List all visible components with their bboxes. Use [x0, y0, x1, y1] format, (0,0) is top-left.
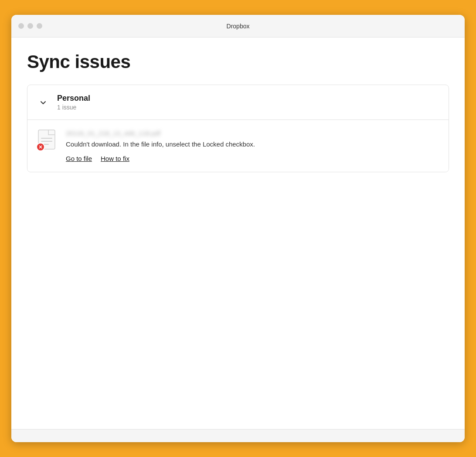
issue-row: 20116_01_218_13_446_118.pdf Couldn't dow…	[27, 120, 449, 172]
account-issue-count: 1 issue	[57, 104, 90, 111]
file-name: 20116_01_218_13_446_118.pdf	[66, 130, 438, 137]
chevron-down-icon	[38, 97, 48, 108]
account-info: Personal 1 issue	[57, 94, 90, 111]
main-content: Sync issues Personal 1 issue	[11, 38, 465, 429]
bottom-bar	[11, 429, 465, 442]
window-title: Dropbox	[227, 23, 250, 30]
maximize-button[interactable]	[37, 23, 42, 29]
minimize-button[interactable]	[27, 23, 33, 29]
title-bar: Dropbox	[11, 15, 465, 38]
file-icon-wrapper	[38, 130, 57, 150]
go-to-file-link[interactable]: Go to file	[66, 155, 92, 162]
close-button[interactable]	[18, 23, 24, 29]
traffic-lights	[18, 23, 42, 29]
error-badge	[36, 143, 45, 151]
page-title: Sync issues	[27, 51, 449, 72]
how-to-fix-link[interactable]: How to fix	[101, 155, 129, 162]
account-header[interactable]: Personal 1 issue	[27, 85, 449, 120]
issue-details: 20116_01_218_13_446_118.pdf Couldn't dow…	[66, 130, 438, 162]
account-name: Personal	[57, 94, 90, 103]
app-window: Dropbox Sync issues Personal 1 issue	[11, 15, 465, 442]
issue-actions: Go to file How to fix	[66, 155, 438, 162]
account-section: Personal 1 issue	[27, 85, 449, 172]
issue-message: Couldn't download. In the file info, uns…	[66, 140, 438, 149]
